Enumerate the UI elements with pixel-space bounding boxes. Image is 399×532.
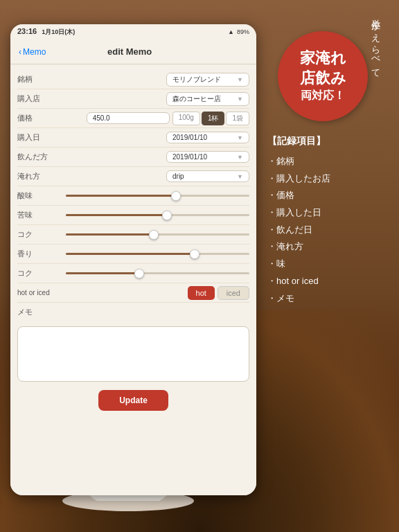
value-price[interactable]: 450.0 100g 1杯 1袋: [59, 112, 249, 125]
record-items-list: 【記録項目】 ・銘柄 ・購入したお店 ・価格 ・購入した日 ・飲んだ日 ・淹れ方…: [264, 135, 392, 307]
label-drink-date: 飲んだ方: [17, 152, 59, 162]
memo-area: [17, 326, 249, 382]
form-row-richness: コク: [17, 264, 249, 283]
body-slider[interactable]: [59, 233, 249, 236]
iced-button[interactable]: iced: [218, 286, 249, 300]
slider-track: [66, 272, 249, 274]
form-row-acidity: 酸味: [17, 186, 249, 206]
slider-fill: [66, 272, 139, 274]
slider-thumb[interactable]: [171, 191, 181, 201]
form-row-drink-date: 飲んだ方 2019/01/10 ▼: [17, 148, 249, 167]
form-row-body: コク: [17, 225, 249, 245]
form-row-buy-date: 購入日 2019/01/10 ▼: [17, 128, 249, 148]
hot-iced-toggle[interactable]: hot iced: [188, 286, 249, 300]
record-item-taste: ・味: [267, 256, 392, 273]
acidity-slider[interactable]: [59, 195, 249, 197]
form-content: 銘柄 モリノブレンド ▼ 購入店 森のコーヒー店 ▼ 価格 450.0: [10, 64, 256, 495]
update-button-area: Update: [17, 390, 249, 411]
brew-dropdown[interactable]: drip ▼: [166, 170, 249, 182]
update-button[interactable]: Update: [98, 390, 168, 411]
buy-date-field[interactable]: 2019/01/10 ▼: [166, 132, 249, 143]
ipad-frame: 23:16 1月10日(木) ▲ 89% ‹ Memo edit Memo 銘柄…: [10, 24, 256, 495]
form-row-brand: 銘柄 モリノブレンド ▼: [17, 70, 249, 89]
slider-track: [66, 214, 249, 216]
brand-dropdown[interactable]: モリノブレンド ▼: [166, 73, 249, 87]
slider-thumb[interactable]: [190, 249, 200, 259]
label-brew: 淹れ方: [17, 171, 59, 181]
status-icons: ▲ 89%: [228, 28, 249, 35]
slider-track: [66, 253, 249, 255]
dropdown-arrow-icon: ▼: [237, 76, 243, 83]
label-richness: コク: [17, 268, 59, 278]
slider-track: [66, 195, 249, 197]
nav-back-button[interactable]: ‹ Memo: [19, 47, 46, 57]
status-time: 23:16 1月10日(木): [17, 27, 75, 37]
unit-1bag[interactable]: 1袋: [226, 112, 249, 125]
slider-thumb[interactable]: [162, 211, 172, 220]
shop-dropdown[interactable]: 森のコーヒー店 ▼: [166, 92, 249, 106]
label-buy-date: 購入日: [17, 132, 59, 143]
richness-slider[interactable]: [59, 272, 249, 274]
value-buy-date[interactable]: 2019/01/10 ▼: [59, 132, 249, 143]
record-item-brand: ・銘柄: [267, 153, 392, 170]
wifi-icon: ▲: [228, 28, 234, 35]
record-item-buy-date: ・購入した日: [267, 204, 392, 222]
form-row-hot-iced: hot or iced hot iced: [17, 283, 249, 303]
label-brand: 銘柄: [17, 74, 59, 85]
slider-thumb[interactable]: [149, 230, 159, 240]
nav-title: edit Memo: [107, 46, 152, 57]
record-item-shop: ・購入したお店: [267, 170, 392, 188]
hot-button[interactable]: hot: [188, 286, 215, 300]
price-input[interactable]: 450.0: [87, 112, 170, 124]
memo-input[interactable]: [17, 326, 249, 382]
label-bitterness: 苦味: [17, 210, 59, 220]
battery-icon: 89%: [237, 28, 249, 35]
form-row-brew: 淹れ方 drip ▼: [17, 167, 249, 186]
record-section-title: 【記録項目】: [267, 135, 392, 148]
status-bar: 23:16 1月10日(木) ▲ 89%: [10, 24, 256, 39]
drink-date-field[interactable]: 2019/01/10 ▼: [166, 151, 249, 163]
back-chevron-icon: ‹: [19, 47, 21, 57]
catchcopy-line2: 店飲み: [300, 69, 346, 89]
vertical-text: 単位がえらべて: [369, 12, 382, 74]
record-item-memo: ・メモ: [267, 290, 392, 308]
unit-100g[interactable]: 100g: [172, 112, 200, 125]
label-acidity: 酸味: [17, 190, 59, 201]
dropdown-arrow-icon: ▼: [237, 96, 243, 103]
dropdown-arrow-icon: ▼: [237, 134, 243, 141]
slider-fill: [66, 233, 154, 236]
dropdown-arrow-icon: ▼: [237, 173, 243, 180]
label-aroma: 香り: [17, 249, 59, 259]
dropdown-arrow-icon: ▼: [237, 154, 243, 161]
form-row-price: 価格 450.0 100g 1杯 1袋: [17, 109, 249, 128]
back-label: Memo: [23, 47, 46, 57]
slider-fill: [66, 253, 195, 255]
aroma-slider[interactable]: [59, 253, 249, 255]
bitterness-slider[interactable]: [59, 214, 249, 216]
record-item-drink-date: ・飲んだ日: [267, 222, 392, 239]
value-brew[interactable]: drip ▼: [59, 170, 249, 182]
catchcopy-line1: 家淹れ: [300, 48, 346, 69]
record-item-hot-iced: ・hot or iced: [267, 273, 392, 290]
label-body: コク: [17, 229, 59, 240]
slider-fill: [66, 214, 167, 216]
form-row-shop: 購入店 森のコーヒー店 ▼: [17, 89, 249, 109]
label-memo: メモ: [17, 307, 59, 317]
unit-1cup[interactable]: 1杯: [202, 112, 225, 125]
right-panel: 単位がえらべて 家淹れ 店飲み 両対応！ 【記録項目】 ・銘柄 ・購入したお店 …: [264, 7, 392, 307]
nav-bar: ‹ Memo edit Memo: [10, 39, 256, 64]
slider-track: [66, 233, 249, 236]
value-brand[interactable]: モリノブレンド ▼: [59, 73, 249, 87]
record-item-price: ・価格: [267, 187, 392, 204]
catchcopy-circle: 家淹れ 店飲み 両対応！: [278, 31, 368, 121]
slider-thumb[interactable]: [134, 269, 144, 278]
form-row-memo: メモ: [17, 303, 249, 322]
value-shop[interactable]: 森のコーヒー店 ▼: [59, 92, 249, 106]
slider-fill: [66, 195, 176, 197]
label-price: 価格: [17, 113, 59, 123]
catchcopy-line3: 両対応！: [301, 88, 345, 103]
label-hot-iced: hot or iced: [17, 289, 59, 296]
value-hot-iced[interactable]: hot iced: [59, 286, 249, 300]
value-drink-date[interactable]: 2019/01/10 ▼: [59, 151, 249, 163]
form-row-bitterness: 苦味: [17, 206, 249, 225]
